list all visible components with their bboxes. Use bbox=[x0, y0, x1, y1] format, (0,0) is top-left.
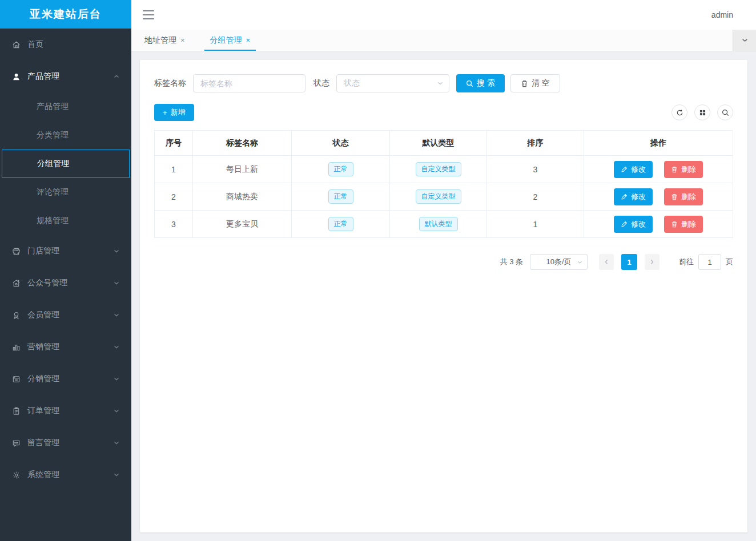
clipboard-icon bbox=[11, 406, 21, 415]
add-button-label: 新增 bbox=[171, 107, 186, 118]
goto-label: 前往 bbox=[679, 257, 694, 267]
trash-icon bbox=[671, 193, 678, 200]
sidebar-subitem-product[interactable]: 产品管理 bbox=[0, 92, 131, 121]
pen-icon bbox=[621, 193, 628, 200]
clear-button[interactable]: 清 空 bbox=[510, 74, 560, 92]
status-badge: 正常 bbox=[328, 217, 353, 232]
cell-name: 更多宝贝 bbox=[193, 211, 292, 238]
page-unit-label: 页 bbox=[726, 257, 733, 267]
trash-icon bbox=[671, 221, 678, 228]
next-page-button[interactable] bbox=[645, 254, 660, 270]
submenu-label: 评论管理 bbox=[37, 187, 69, 197]
chevron-down-icon bbox=[113, 344, 120, 350]
type-badge: 自定义类型 bbox=[416, 189, 461, 204]
pagination: 共 3 条 10条/页 1 前往 页 bbox=[154, 254, 733, 270]
pen-icon bbox=[621, 221, 628, 228]
sidebar-item-official-account[interactable]: 公众号管理 bbox=[0, 267, 131, 299]
delete-button-label: 删除 bbox=[681, 164, 696, 175]
tab-close-icon[interactable]: × bbox=[180, 36, 185, 45]
filter-form: 标签名称 状态 状态 搜 索 清 空 bbox=[154, 74, 733, 92]
clear-button-label: 清 空 bbox=[532, 78, 550, 88]
goto-page-input[interactable] bbox=[698, 254, 721, 270]
table-body: 1 每日上新 正常 自定义类型 3 修改 bbox=[155, 156, 733, 238]
col-header-index: 序号 bbox=[155, 131, 193, 156]
cell-status: 正常 bbox=[292, 211, 390, 238]
app-logo: 亚米建站后台 bbox=[0, 0, 131, 29]
col-header-status: 状态 bbox=[292, 131, 390, 156]
status-field-label: 状态 bbox=[313, 78, 329, 88]
sidebar-item-label: 首页 bbox=[27, 39, 43, 50]
chevron-down-icon bbox=[577, 259, 583, 265]
cell-type: 默认类型 bbox=[390, 211, 487, 238]
edit-button-label: 修改 bbox=[631, 164, 646, 175]
col-header-action: 操作 bbox=[584, 131, 733, 156]
delete-button[interactable]: 删除 bbox=[664, 161, 703, 178]
chevron-down-icon bbox=[113, 407, 120, 414]
sidebar-item-member[interactable]: 会员管理 bbox=[0, 299, 131, 331]
main-area: admin 地址管理 × 分组管理 × 标签名称 状态 状态 bbox=[131, 0, 756, 541]
sidebar-item-product[interactable]: 产品管理 bbox=[0, 60, 131, 92]
delete-button-label: 删除 bbox=[681, 192, 696, 202]
edit-button[interactable]: 修改 bbox=[614, 216, 653, 233]
status-select[interactable]: 状态 bbox=[336, 74, 449, 92]
hamburger-menu-icon[interactable] bbox=[143, 10, 154, 19]
sidebar-subitem-spec[interactable]: 规格管理 bbox=[0, 207, 131, 235]
sidebar-item-label: 会员管理 bbox=[27, 310, 59, 320]
table-row: 1 每日上新 正常 自定义类型 3 修改 bbox=[155, 156, 733, 183]
bar-chart-icon bbox=[11, 342, 21, 352]
sidebar-item-order[interactable]: 订单管理 bbox=[0, 395, 131, 427]
sidebar-item-label: 系统管理 bbox=[27, 470, 59, 480]
refresh-button[interactable] bbox=[671, 104, 687, 120]
sidebar-item-label: 门店管理 bbox=[27, 246, 59, 256]
add-button[interactable]: + 新增 bbox=[154, 104, 194, 121]
search-button[interactable]: 搜 索 bbox=[456, 74, 505, 92]
sidebar-menu: 首页 产品管理 产品管理 分类管理 分组管理 评论管理 规格管理 bbox=[0, 29, 131, 491]
sidebar-item-marketing[interactable]: 营销管理 bbox=[0, 331, 131, 363]
page-number-current[interactable]: 1 bbox=[621, 254, 637, 270]
home-icon bbox=[11, 40, 21, 49]
sidebar-item-distribution[interactable]: 分销管理 bbox=[0, 363, 131, 395]
sidebar-item-home[interactable]: 首页 bbox=[0, 29, 131, 60]
user-menu[interactable]: admin bbox=[711, 10, 733, 19]
table-row: 3 更多宝贝 正常 默认类型 1 修改 bbox=[155, 211, 733, 238]
delete-button[interactable]: 删除 bbox=[664, 216, 703, 233]
tab-group-manage[interactable]: 分组管理 × bbox=[204, 30, 256, 51]
pen-icon bbox=[621, 166, 628, 173]
cell-status: 正常 bbox=[292, 183, 390, 211]
sidebar-item-label: 产品管理 bbox=[27, 71, 59, 82]
chevron-down-icon bbox=[113, 376, 120, 382]
gear-icon bbox=[11, 470, 21, 479]
edit-button[interactable]: 修改 bbox=[614, 161, 653, 178]
sidebar-subitem-group[interactable]: 分组管理 bbox=[2, 150, 130, 178]
tab-address-manage[interactable]: 地址管理 × bbox=[139, 30, 191, 51]
refresh-icon bbox=[676, 109, 683, 116]
tab-close-icon[interactable]: × bbox=[246, 36, 251, 45]
name-input[interactable] bbox=[193, 74, 305, 92]
table-search-button[interactable] bbox=[717, 104, 733, 120]
cell-name: 每日上新 bbox=[193, 156, 292, 183]
status-badge: 正常 bbox=[328, 189, 353, 204]
delete-button[interactable]: 删除 bbox=[664, 188, 703, 205]
search-icon bbox=[466, 80, 473, 87]
table-header-row: 序号 标签名称 状态 默认类型 排序 操作 bbox=[155, 131, 733, 156]
sidebar-item-system[interactable]: 系统管理 bbox=[0, 459, 131, 491]
tab-options-dropdown[interactable] bbox=[733, 30, 756, 51]
status-select-placeholder: 状态 bbox=[344, 78, 360, 88]
chevron-down-icon bbox=[113, 248, 120, 255]
sidebar-item-store[interactable]: 门店管理 bbox=[0, 235, 131, 267]
chevron-down-icon bbox=[113, 471, 120, 478]
chevron-down-icon bbox=[741, 37, 749, 44]
board-icon bbox=[11, 374, 21, 383]
prev-page-button[interactable] bbox=[599, 254, 614, 270]
user-icon bbox=[11, 72, 21, 81]
sidebar-subitem-category[interactable]: 分类管理 bbox=[0, 121, 131, 150]
column-settings-button[interactable] bbox=[694, 104, 710, 120]
sidebar: 亚米建站后台 首页 产品管理 产品管理 分类管理 分组管理 评论管理 bbox=[0, 0, 131, 541]
tab-bar: 地址管理 × 分组管理 × bbox=[131, 30, 756, 51]
edit-button[interactable]: 修改 bbox=[614, 188, 653, 205]
cell-actions: 修改 删除 bbox=[584, 183, 733, 211]
sidebar-item-message[interactable]: 留言管理 bbox=[0, 427, 131, 459]
page-size-select[interactable]: 10条/页 bbox=[530, 254, 588, 270]
submenu-label: 规格管理 bbox=[37, 216, 69, 226]
sidebar-subitem-comment[interactable]: 评论管理 bbox=[0, 178, 131, 207]
